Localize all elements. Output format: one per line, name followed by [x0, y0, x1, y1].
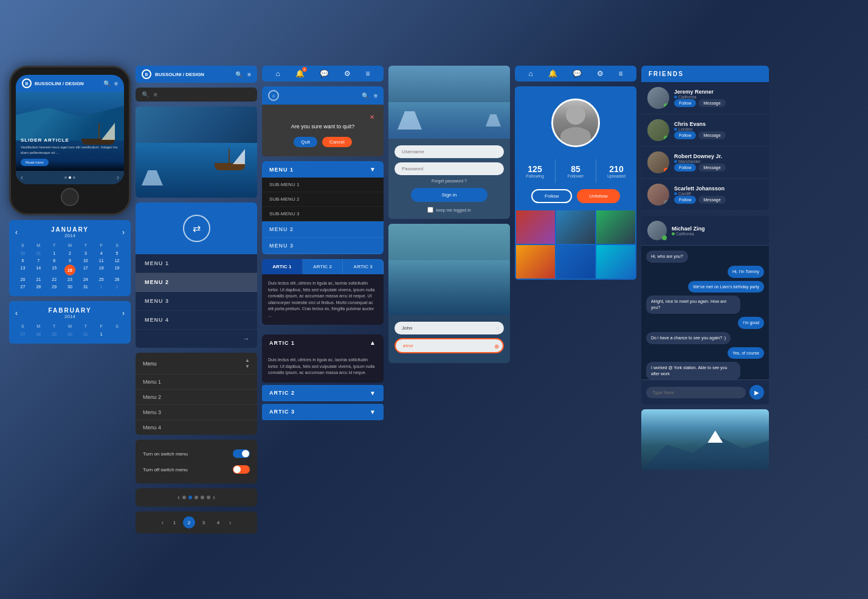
- cal-day-today[interactable]: 16: [64, 265, 75, 275]
- follow-chris-button[interactable]: Follow: [674, 131, 696, 139]
- cal-day[interactable]: 27: [15, 331, 30, 338]
- cal-prev-button[interactable]: ‹: [15, 228, 18, 237]
- accordion-header-3[interactable]: ARTIC 3 ▼: [262, 404, 384, 420]
- cal-day[interactable]: 31: [78, 283, 93, 290]
- dropdown-menu2-item[interactable]: MENU 2: [262, 221, 384, 238]
- cal-day[interactable]: 19: [109, 265, 125, 275]
- cal-day[interactable]: 5: [109, 250, 125, 257]
- cal-day[interactable]: 13: [15, 265, 30, 275]
- username-input[interactable]: [394, 145, 504, 158]
- page-3-button[interactable]: 3: [198, 516, 210, 528]
- cal-day[interactable]: 30: [63, 331, 78, 338]
- cal-day[interactable]: 2: [63, 250, 78, 257]
- cal-day[interactable]: 22: [47, 276, 62, 283]
- page-prev-button[interactable]: ‹: [159, 517, 166, 528]
- chat-icon[interactable]: 💬: [320, 69, 329, 78]
- cal-day[interactable]: 28: [31, 331, 46, 338]
- notification-icon[interactable]: 🔔 3: [295, 69, 305, 78]
- dropdown-menu1-header[interactable]: MENU 1 ▼: [262, 161, 384, 178]
- dialog-close-icon[interactable]: ✕: [370, 114, 374, 120]
- cal-day[interactable]: 1: [47, 250, 62, 257]
- cal-day[interactable]: 9: [63, 257, 78, 264]
- home-button[interactable]: [61, 188, 79, 206]
- message-chris-button[interactable]: Message: [698, 131, 725, 139]
- sort-icon[interactable]: ▲ ▼: [245, 358, 250, 369]
- unfollow-button[interactable]: Unfollow: [577, 189, 620, 203]
- switch-off-toggle[interactable]: [233, 465, 250, 474]
- menu-icon[interactable]: ≡: [114, 80, 118, 87]
- cal-day[interactable]: 26: [109, 276, 125, 283]
- nav-menu-icon-2[interactable]: ≡: [618, 69, 622, 78]
- sign-in-button[interactable]: Sign in: [411, 188, 487, 202]
- message-robert-button[interactable]: Message: [698, 164, 725, 171]
- quit-button[interactable]: Quit: [294, 137, 317, 147]
- search-icon-3[interactable]: 🔍: [362, 92, 369, 99]
- message-scarlett-button[interactable]: Message: [698, 196, 725, 204]
- settings-icon-2[interactable]: ⚙: [597, 69, 604, 78]
- hero-prev-arrow[interactable]: ‹: [21, 173, 23, 182]
- carousel-dot-1[interactable]: [182, 496, 186, 499]
- home-icon-2[interactable]: ⌂: [528, 69, 532, 78]
- tab-artic2[interactable]: ARTIC 2: [303, 259, 343, 274]
- cal-day[interactable]: 21: [31, 276, 46, 283]
- cal-day[interactable]: 4: [94, 250, 109, 257]
- nav-menu-icon[interactable]: ≡: [365, 69, 370, 78]
- cal-day[interactable]: 6: [15, 257, 30, 264]
- cal-day[interactable]: 30: [15, 250, 30, 257]
- carousel-dot-5[interactable]: [207, 496, 210, 499]
- cal-day[interactable]: 28: [31, 283, 46, 290]
- sub-menu-item-2[interactable]: SUB-MENU 2: [262, 192, 384, 207]
- cal-day[interactable]: 31: [31, 250, 46, 257]
- list-icon-2[interactable]: ≡: [374, 92, 377, 99]
- sub-menu-item-3[interactable]: SUB-MENU 3: [262, 207, 384, 221]
- cal-day[interactable]: 3: [78, 250, 93, 257]
- search-icon-2[interactable]: 🔍: [142, 91, 149, 98]
- list-icon[interactable]: ≡: [154, 91, 157, 98]
- dropdown-menu3-item[interactable]: MENU 3: [262, 238, 384, 254]
- cal-day[interactable]: 14: [31, 265, 46, 275]
- accordion-header-2[interactable]: ARTIC 2 ▼: [262, 385, 384, 401]
- accordion-header-1[interactable]: ARTIC 1 ▲: [262, 334, 384, 351]
- follow-robert-button[interactable]: Follow: [674, 164, 696, 171]
- menu-icon[interactable]: ≡: [247, 71, 251, 78]
- notification-icon-2[interactable]: 🔔: [548, 69, 557, 78]
- message-jeremy-button[interactable]: Message: [698, 99, 725, 107]
- page-2-button[interactable]: 2: [183, 516, 195, 528]
- search-icon[interactable]: 🔍: [235, 71, 243, 78]
- select-item-1[interactable]: Menu 1: [136, 374, 257, 389]
- page-1-button[interactable]: 1: [168, 516, 181, 528]
- page-next-button[interactable]: ›: [227, 517, 233, 528]
- carousel-dot-2[interactable]: [188, 496, 192, 499]
- cal-day[interactable]: 8: [47, 257, 62, 264]
- cal-day[interactable]: 29: [47, 331, 62, 338]
- cal-day[interactable]: 25: [94, 276, 109, 283]
- cancel-button[interactable]: Cancel: [322, 137, 352, 147]
- cal-day[interactable]: 15: [47, 265, 62, 275]
- select-item-4[interactable]: Menu 4: [136, 420, 257, 435]
- cal-day[interactable]: 27: [15, 283, 30, 290]
- select-item-2[interactable]: Menu 2: [136, 389, 257, 404]
- cal-day[interactable]: 24: [78, 276, 93, 283]
- carousel-next[interactable]: ›: [213, 493, 215, 502]
- chat-send-button[interactable]: ▶: [749, 385, 764, 400]
- follow-jeremy-button[interactable]: Follow: [674, 99, 696, 107]
- cal-day[interactable]: 30: [63, 283, 78, 290]
- carousel-dot-3[interactable]: [195, 496, 198, 499]
- menu-item-1[interactable]: MENU 1: [136, 254, 257, 273]
- home-icon[interactable]: ⌂: [275, 69, 280, 78]
- error-input[interactable]: [394, 338, 504, 353]
- switch-on-toggle[interactable]: [233, 449, 250, 458]
- cal-day[interactable]: 17: [78, 265, 93, 275]
- page-4-button[interactable]: 4: [212, 516, 224, 528]
- hero-next-arrow[interactable]: ›: [117, 173, 119, 182]
- feb-cal-next[interactable]: ›: [122, 309, 125, 317]
- feb-cal-prev[interactable]: ‹: [15, 309, 18, 317]
- keep-logged-checkbox[interactable]: [427, 207, 433, 213]
- menu-item-2[interactable]: MENU 2: [136, 273, 257, 292]
- cal-day[interactable]: 29: [47, 283, 62, 290]
- menu-item-4[interactable]: MENU 4: [136, 311, 257, 330]
- cal-day[interactable]: 7: [31, 257, 46, 264]
- cal-day[interactable]: 31: [78, 331, 93, 338]
- read-more-button[interactable]: Read more: [21, 159, 49, 166]
- john-input[interactable]: [394, 322, 504, 334]
